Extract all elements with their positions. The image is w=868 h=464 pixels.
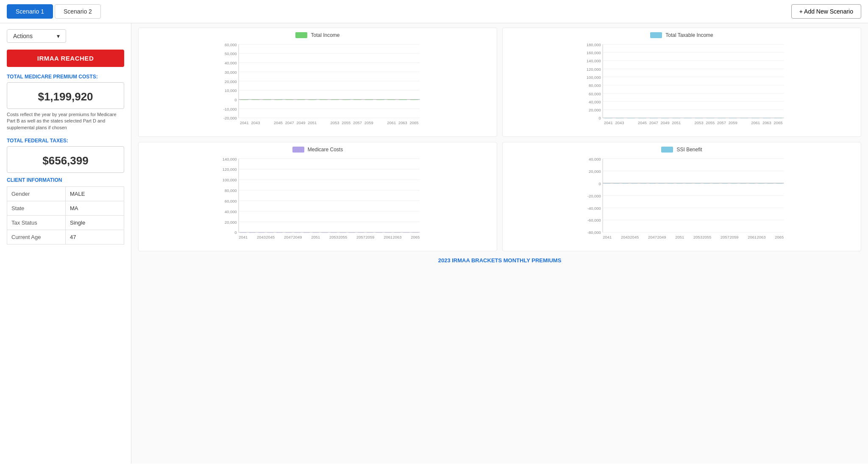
svg-text:2061: 2061: [384, 235, 392, 239]
irmaa-brackets-label: 2023 IRMAA BRACKETS MONTHLY PREMIUMS: [138, 255, 861, 266]
federal-taxes-label: TOTAL FEDERAL TAXES:: [7, 138, 124, 144]
actions-label: Actions: [13, 33, 33, 39]
client-field: Tax Status: [7, 216, 66, 230]
chart-top-right: Total Taxable Income 180,000160,000140,0…: [502, 28, 861, 137]
svg-text:2053: 2053: [329, 235, 338, 239]
svg-text:2041: 2041: [604, 120, 613, 125]
svg-text:2051: 2051: [675, 235, 684, 239]
client-field: State: [7, 201, 66, 216]
svg-text:-40,000: -40,000: [587, 206, 601, 211]
svg-text:2063: 2063: [398, 120, 407, 125]
dropdown-arrow-icon: ▾: [57, 33, 60, 39]
svg-text:2051: 2051: [308, 120, 317, 125]
svg-text:2055: 2055: [338, 235, 347, 239]
svg-text:100,000: 100,000: [587, 75, 601, 80]
svg-text:2063: 2063: [757, 235, 766, 239]
sidebar: Actions ▾ IRMAA REACHED TOTAL MEDICARE P…: [0, 23, 131, 464]
svg-text:2065: 2065: [411, 235, 420, 239]
svg-text:20,000: 20,000: [225, 79, 237, 84]
client-field: Current Age: [7, 230, 66, 245]
svg-text:2059: 2059: [364, 120, 373, 125]
svg-text:2047: 2047: [648, 235, 657, 239]
chart-title-row: Medicare Costs: [145, 147, 491, 153]
svg-text:60,000: 60,000: [589, 92, 601, 96]
chart-svg-wrap: 140,000120,000100,00080,00060,00040,0002…: [145, 155, 491, 248]
medicare-cost-note: Costs reflect the year by year premiums …: [7, 111, 124, 131]
chart-title-row: SSI Benefit: [509, 147, 855, 153]
chart-title: Total Income: [311, 32, 339, 38]
tab-scenario1[interactable]: Scenario 1: [7, 4, 53, 19]
svg-text:2049: 2049: [296, 120, 305, 125]
charts-grid: Total Income 60,00050,00040,00030,00020,…: [138, 28, 861, 251]
svg-text:80,000: 80,000: [589, 83, 601, 88]
svg-text:-10,000: -10,000: [223, 107, 237, 111]
svg-text:2059: 2059: [365, 235, 374, 239]
tab-scenario2[interactable]: Scenario 2: [55, 4, 101, 19]
chart-top-left: Total Income 60,00050,00040,00030,00020,…: [138, 28, 497, 137]
svg-text:2045: 2045: [638, 120, 647, 125]
chart-title-row: Total Taxable Income: [509, 32, 855, 38]
svg-text:2057: 2057: [721, 235, 729, 239]
svg-text:2061: 2061: [387, 120, 396, 125]
svg-text:80,000: 80,000: [225, 188, 237, 193]
svg-text:0: 0: [235, 230, 237, 235]
main-layout: Actions ▾ IRMAA REACHED TOTAL MEDICARE P…: [0, 23, 868, 464]
svg-text:2041: 2041: [240, 120, 249, 125]
svg-text:20,000: 20,000: [225, 220, 237, 225]
add-scenario-button[interactable]: + Add New Scenario: [791, 4, 861, 19]
svg-text:40,000: 40,000: [225, 209, 237, 214]
client-info-label: CLIENT INFORMATION: [7, 177, 124, 183]
svg-text:180,000: 180,000: [587, 42, 601, 47]
svg-text:2053: 2053: [331, 120, 339, 125]
svg-text:140,000: 140,000: [587, 58, 601, 63]
svg-text:2057: 2057: [353, 120, 362, 125]
svg-text:20,000: 20,000: [589, 108, 601, 112]
chart-svg-wrap: 180,000160,000140,000120,000100,00080,00…: [509, 41, 855, 134]
client-info-section: CLIENT INFORMATION GenderMALEStateMATax …: [7, 177, 124, 245]
svg-text:-20,000: -20,000: [587, 194, 601, 198]
svg-text:2041: 2041: [603, 235, 612, 239]
svg-text:30,000: 30,000: [225, 70, 237, 75]
medicare-premium-label: TOTAL MEDICARE PREMIUM COSTS:: [7, 74, 124, 80]
actions-dropdown[interactable]: Actions ▾: [7, 29, 66, 43]
svg-text:120,000: 120,000: [587, 67, 601, 72]
chart-svg-wrap: 60,00050,00040,00030,00020,00010,0000-10…: [145, 41, 491, 134]
svg-text:20,000: 20,000: [589, 169, 601, 174]
svg-text:0: 0: [599, 116, 601, 120]
svg-text:2065: 2065: [410, 120, 419, 125]
medicare-premium-value: $1,199,920: [11, 90, 120, 103]
client-table-row: Tax StatusSingle: [7, 216, 124, 230]
svg-text:40,000: 40,000: [589, 100, 601, 104]
legend-color: [661, 147, 673, 153]
client-table-row: Current Age47: [7, 230, 124, 245]
svg-text:-80,000: -80,000: [587, 230, 601, 235]
client-table-row: StateMA: [7, 201, 124, 216]
client-table-row: GenderMALE: [7, 187, 124, 201]
chart-title-row: Total Income: [145, 32, 491, 38]
chart-title: Medicare Costs: [308, 147, 343, 153]
svg-text:100,000: 100,000: [223, 178, 237, 182]
svg-text:2063: 2063: [762, 120, 771, 125]
svg-text:40,000: 40,000: [225, 61, 237, 65]
svg-text:2059: 2059: [729, 120, 737, 125]
svg-text:2053: 2053: [695, 120, 704, 125]
svg-text:2041: 2041: [239, 235, 248, 239]
svg-text:50,000: 50,000: [225, 51, 237, 56]
svg-text:2057: 2057: [717, 120, 726, 125]
svg-text:-60,000: -60,000: [587, 218, 601, 222]
chart-bottom-left: Medicare Costs 140,000120,000100,00080,0…: [138, 142, 497, 251]
svg-text:120,000: 120,000: [223, 167, 237, 172]
svg-text:2047: 2047: [285, 120, 294, 125]
legend-color: [295, 32, 307, 38]
chart-title: SSI Benefit: [676, 147, 702, 153]
federal-taxes-box: $656,399: [7, 146, 124, 173]
svg-text:2043: 2043: [615, 120, 624, 125]
svg-text:2061: 2061: [748, 235, 757, 239]
client-value: Single: [66, 216, 124, 230]
svg-text:2045: 2045: [274, 120, 283, 125]
svg-text:2043: 2043: [257, 235, 266, 239]
chart-svg: 180,000160,000140,000120,000100,00080,00…: [509, 41, 855, 134]
client-value: 47: [66, 230, 124, 245]
svg-text:2061: 2061: [751, 120, 760, 125]
svg-text:2051: 2051: [672, 120, 681, 125]
